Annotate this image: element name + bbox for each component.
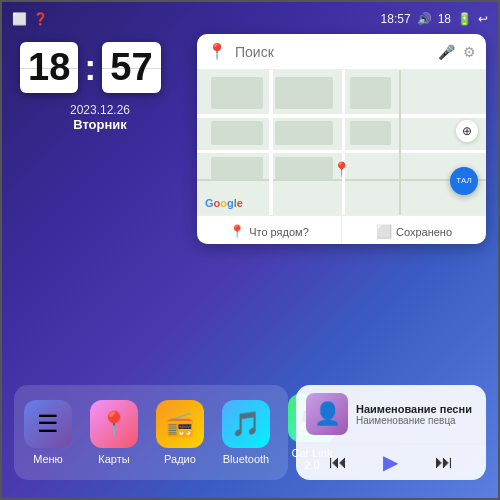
settings-icon[interactable]: ⚙ bbox=[463, 44, 476, 60]
app-dock: ☰ Меню 📍 Карты 📻 Радио 🎵 Bluetooth 💻 Car… bbox=[14, 385, 288, 480]
menu-app-label: Меню bbox=[33, 453, 63, 465]
app-item-maps[interactable]: 📍 Карты bbox=[90, 400, 138, 465]
volume-icon: 🔊 bbox=[417, 12, 432, 26]
saved-icon: ⬜ bbox=[376, 224, 392, 239]
home-icon[interactable]: ⬜ bbox=[12, 12, 27, 26]
map-navigate-button[interactable]: ТАЛ bbox=[450, 167, 478, 195]
bluetooth-app-label: Bluetooth bbox=[223, 453, 269, 465]
menu-app-icon: ☰ bbox=[24, 400, 72, 448]
radio-app-label: Радио bbox=[164, 453, 196, 465]
map-search-input[interactable] bbox=[235, 44, 430, 60]
radio-app-icon: 📻 bbox=[156, 400, 204, 448]
app-item-menu[interactable]: ☰ Меню bbox=[24, 400, 72, 465]
play-button[interactable]: ▶ bbox=[383, 450, 398, 474]
clock-hours: 18 bbox=[20, 42, 78, 93]
app-item-radio[interactable]: 📻 Радио bbox=[156, 400, 204, 465]
app-grid: ☰ Меню 📍 Карты 📻 Радио 🎵 Bluetooth 💻 Car… bbox=[24, 394, 336, 471]
music-artist: Наименование певца bbox=[356, 415, 476, 426]
back-icon[interactable]: ↩ bbox=[478, 12, 488, 26]
map-body[interactable]: Google ⊕ ТАЛ 📍 bbox=[197, 70, 486, 215]
nearby-icon: 📍 bbox=[229, 224, 245, 239]
date-info: 2023.12.26 Вторник bbox=[20, 103, 180, 132]
music-thumbnail: 👤 bbox=[306, 393, 348, 435]
next-button[interactable]: ⏭ bbox=[435, 452, 453, 473]
mic-icon[interactable]: 🎤 bbox=[438, 44, 455, 60]
prev-button[interactable]: ⏮ bbox=[329, 452, 347, 473]
clock-widget: 18 : 57 2023.12.26 Вторник bbox=[20, 42, 180, 132]
app-item-bluetooth[interactable]: 🎵 Bluetooth bbox=[222, 400, 270, 465]
maps-app-icon: 📍 bbox=[90, 400, 138, 448]
status-right: 18:57 🔊 18 🔋 ↩ bbox=[381, 12, 488, 26]
yandex-pin-icon: 📍 bbox=[207, 42, 227, 61]
battery-icon: 🔋 bbox=[457, 12, 472, 26]
map-center-pin: 📍 bbox=[333, 161, 350, 177]
map-tab-saved[interactable]: ⬜ Сохранено bbox=[342, 216, 486, 244]
map-search-icons: 🎤 ⚙ bbox=[438, 44, 476, 60]
music-top: 👤 Наименование песни Наименование певца bbox=[296, 385, 486, 443]
main-screen: ⬜ ❓ 18:57 🔊 18 🔋 ↩ 18 : 57 2023.12.26 Вт… bbox=[0, 0, 500, 500]
flip-clock: 18 : 57 bbox=[20, 42, 180, 93]
status-bar: ⬜ ❓ 18:57 🔊 18 🔋 ↩ bbox=[2, 8, 498, 30]
date-display: 2023.12.26 bbox=[20, 103, 180, 117]
map-zoom-button[interactable]: ⊕ bbox=[456, 120, 478, 142]
music-controls: ⏮ ▶ ⏭ bbox=[296, 443, 486, 480]
status-left: ⬜ ❓ bbox=[12, 12, 48, 26]
map-widget[interactable]: 📍 🎤 ⚙ bbox=[197, 34, 486, 244]
app-icon[interactable]: ❓ bbox=[33, 12, 48, 26]
clock-minutes: 57 bbox=[102, 42, 160, 93]
time-display: 18:57 bbox=[381, 12, 411, 26]
music-info: Наименование песни Наименование певца bbox=[356, 403, 476, 426]
maps-app-label: Карты bbox=[98, 453, 129, 465]
music-title: Наименование песни bbox=[356, 403, 476, 415]
map-search-bar[interactable]: 📍 🎤 ⚙ bbox=[197, 34, 486, 70]
map-tab-nearby[interactable]: 📍 Что рядом? bbox=[197, 216, 342, 244]
music-player: 👤 Наименование песни Наименование певца … bbox=[296, 385, 486, 480]
clock-colon: : bbox=[84, 47, 96, 89]
day-display: Вторник bbox=[20, 117, 180, 132]
bluetooth-app-icon: 🎵 bbox=[222, 400, 270, 448]
battery-display: 18 bbox=[438, 12, 451, 26]
google-logo: Google bbox=[205, 197, 243, 209]
map-tabs: 📍 Что рядом? ⬜ Сохранено bbox=[197, 215, 486, 244]
